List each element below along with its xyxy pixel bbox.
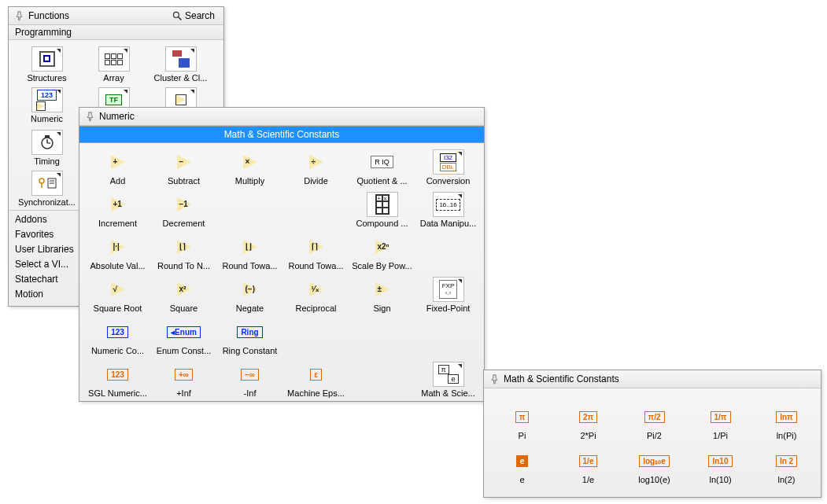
array-icon	[98, 46, 130, 72]
constant-item[interactable]: ln 2ln(2)	[753, 447, 820, 486]
numeric-item[interactable]: ×Multiply	[216, 148, 283, 187]
numeric-item-label: Machine Eps...	[284, 388, 349, 398]
constant-item-label: Pi/2	[622, 431, 687, 440]
numeric-item[interactable]: ◂EnumEnum Const...	[150, 318, 217, 357]
palette-item-numeric[interactable]: 123 Numeric	[13, 86, 80, 125]
palette-item-structures[interactable]: Structures	[13, 45, 80, 84]
numeric-item[interactable]: ÷Divide	[282, 148, 349, 187]
numeric-item	[282, 318, 349, 357]
numeric-item-icon: −∞	[234, 362, 266, 387]
numeric-item[interactable]: 16..16Data Manipu...	[415, 190, 482, 230]
numeric-item[interactable]: ⌊⌉Round To N...	[150, 233, 217, 272]
numeric-item-icon: −1	[168, 192, 200, 217]
palette-item-cluster[interactable]: Cluster & Cl...	[147, 45, 214, 84]
pin-icon[interactable]	[84, 111, 95, 122]
search-label: Search	[185, 10, 215, 21]
numeric-item[interactable]: ¹⁄ₓReciprocal	[282, 275, 349, 315]
constant-item[interactable]: πPi	[489, 403, 556, 442]
numeric-item[interactable]: −1Decrement	[150, 190, 217, 230]
numeric-item[interactable]: +1Increment	[84, 190, 151, 230]
functions-section-header[interactable]: Programming	[9, 25, 223, 40]
constant-item-icon: 2π	[573, 404, 604, 429]
sync-icon	[31, 171, 63, 196]
numeric-item	[349, 360, 415, 399]
constant-item[interactable]: 2π2*Pi	[555, 403, 622, 442]
constants-palette: Math & Scientific Constants πPi2π2*Piπ/2…	[483, 370, 821, 498]
numeric-item-label: Multiply	[218, 176, 282, 186]
timing-icon	[31, 130, 63, 155]
numeric-icon: 123	[31, 87, 63, 112]
functions-title: Functions	[28, 10, 164, 21]
numeric-item-icon: ×	[234, 149, 266, 175]
numeric-item-label: Negate	[218, 304, 282, 313]
numeric-item[interactable]: 123SGL Numeric...	[84, 360, 151, 399]
constant-item[interactable]: π/2Pi/2	[621, 403, 688, 442]
palette-item-label: Array	[82, 73, 146, 83]
search-button[interactable]: Search	[168, 9, 219, 23]
numeric-item-icon: ¹⁄ₓ	[301, 277, 332, 302]
numeric-item[interactable]: x2ⁿScale By Pow...	[349, 233, 415, 272]
numeric-item[interactable]: RingRing Constant	[216, 318, 283, 357]
numeric-item-icon: +∞	[168, 362, 200, 387]
constants-grid: πPi2π2*Piπ/2Pi/21/π1/Pilnπln(Pi)ee1/e1/e…	[484, 388, 821, 497]
pin-icon[interactable]	[13, 10, 24, 21]
constant-item[interactable]: ee	[489, 447, 556, 486]
pin-icon[interactable]	[489, 373, 500, 384]
constant-item[interactable]: log₁₀elog10(e)	[621, 447, 688, 486]
numeric-item-label: Scale By Pow...	[350, 261, 415, 270]
numeric-item-label: Decrement	[152, 219, 216, 228]
numeric-item[interactable]: x²Square	[150, 275, 217, 315]
palette-item-array[interactable]: Array	[80, 45, 147, 84]
numeric-item-icon: ⌊⌉	[168, 234, 200, 259]
numeric-item-label: -Inf	[218, 388, 282, 398]
constant-item[interactable]: lnπln(Pi)	[753, 403, 820, 442]
numeric-item[interactable]: ±Sign	[349, 275, 415, 315]
numeric-item-label: Divide	[284, 176, 349, 186]
numeric-item-icon: 123	[102, 319, 134, 344]
numeric-item-icon: ±	[367, 277, 398, 302]
palette-item-timing[interactable]: Timing	[13, 128, 80, 167]
numeric-item-label: Data Manipu...	[416, 219, 481, 228]
numeric-item-icon: +1	[102, 192, 134, 217]
constant-item-icon: 1/e	[573, 448, 604, 473]
palette-item-label: Numeric	[15, 114, 79, 123]
numeric-item[interactable]: (−)Negate	[216, 275, 283, 315]
numeric-item[interactable]: 123Numeric Co...	[84, 318, 151, 357]
numeric-item[interactable]: √Square Root	[84, 275, 151, 315]
constant-item-icon: π/2	[639, 404, 670, 429]
numeric-item-icon: √	[102, 277, 134, 302]
numeric-item[interactable]: −Subtract	[150, 148, 217, 187]
numeric-item[interactable]: πeMath & Scie...	[415, 360, 482, 399]
numeric-item-label: Compound ...	[350, 219, 415, 228]
constant-item[interactable]: 1/e1/e	[555, 447, 622, 486]
constant-item-label: 1/e	[556, 475, 621, 484]
numeric-item[interactable]: −∞-Inf	[216, 360, 283, 399]
constant-item-icon: log₁₀e	[639, 448, 670, 473]
numeric-item[interactable]: εMachine Eps...	[282, 360, 349, 399]
numeric-item-icon: R IQ	[367, 149, 398, 175]
palette-item-sync[interactable]: Synchronizat...	[13, 169, 80, 208]
numeric-palette: Numeric Math & Scientific Constants +Add…	[79, 107, 485, 402]
numeric-item[interactable]: +∞+Inf	[150, 360, 217, 399]
numeric-item[interactable]: +×Compound ...	[349, 190, 415, 230]
numeric-item[interactable]: R IQQuotient & ...	[349, 148, 415, 187]
numeric-item-icon: FXP▫.▫	[433, 277, 464, 302]
constant-item[interactable]: 1/π1/Pi	[687, 403, 754, 442]
constant-item-label: ln(10)	[689, 475, 753, 484]
constant-item[interactable]: ln10ln(10)	[687, 447, 754, 486]
numeric-item[interactable]: |·|Absolute Val...	[84, 233, 151, 272]
numeric-item-label: Enum Const...	[152, 346, 216, 355]
numeric-item-icon: x²	[168, 277, 200, 302]
numeric-item-icon: ÷	[301, 149, 332, 175]
numeric-item-icon: |·|	[102, 234, 134, 259]
numeric-item[interactable]: I32DBLConversion	[415, 148, 482, 187]
numeric-titlebar: Numeric	[79, 108, 484, 126]
numeric-item[interactable]: ⌈⌉Round Towa...	[282, 233, 349, 272]
numeric-item-label: Square Root	[86, 304, 150, 313]
constant-item-label: ln(Pi)	[755, 431, 819, 440]
numeric-item-icon: I32DBL	[433, 149, 464, 175]
numeric-item[interactable]: ⌊⌋Round Towa...	[216, 233, 283, 272]
numeric-item[interactable]: +Add	[84, 148, 151, 187]
numeric-item[interactable]: FXP▫.▫Fixed-Point	[415, 275, 482, 315]
palette-item-label: Structures	[15, 73, 79, 83]
